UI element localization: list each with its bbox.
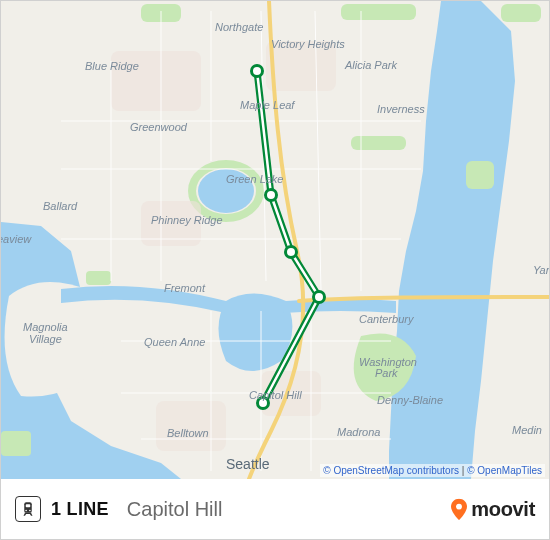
map-attribution: © OpenStreetMap contributors | © OpenMap… bbox=[320, 464, 545, 477]
svg-rect-7 bbox=[1, 431, 31, 456]
svg-rect-9 bbox=[111, 51, 201, 111]
svg-rect-4 bbox=[501, 4, 541, 22]
svg-rect-34 bbox=[24, 502, 32, 513]
svg-point-38 bbox=[456, 503, 462, 509]
moovit-pin-icon bbox=[451, 498, 467, 520]
map-viewport[interactable]: NorthgateVictory HeightsAlicia ParkBlue … bbox=[1, 1, 549, 479]
attribution-maptiles-link[interactable]: © OpenMapTiles bbox=[467, 465, 542, 476]
svg-point-0 bbox=[198, 169, 254, 213]
basemap bbox=[1, 1, 549, 479]
app-frame: NorthgateVictory HeightsAlicia ParkBlue … bbox=[0, 0, 550, 540]
route-destination: Capitol Hill bbox=[127, 498, 223, 521]
svg-point-31 bbox=[286, 247, 297, 258]
svg-rect-3 bbox=[341, 4, 416, 20]
svg-point-32 bbox=[314, 292, 325, 303]
svg-rect-8 bbox=[86, 271, 111, 285]
svg-rect-10 bbox=[266, 41, 336, 91]
light-rail-icon bbox=[15, 496, 41, 522]
attribution-osm-link[interactable]: © OpenStreetMap contributors bbox=[323, 465, 459, 476]
brand-logo[interactable]: moovit bbox=[451, 498, 535, 521]
svg-point-36 bbox=[25, 510, 27, 512]
route-name: 1 LINE bbox=[51, 499, 109, 520]
brand-name: moovit bbox=[471, 498, 535, 521]
svg-point-30 bbox=[266, 190, 277, 201]
svg-point-33 bbox=[258, 398, 269, 409]
svg-rect-6 bbox=[466, 161, 494, 189]
svg-rect-13 bbox=[156, 401, 226, 451]
svg-rect-5 bbox=[351, 136, 406, 150]
route-info-bar: 1 LINE Capitol Hill moovit bbox=[1, 479, 549, 539]
svg-point-29 bbox=[252, 66, 263, 77]
svg-point-37 bbox=[29, 510, 31, 512]
svg-rect-35 bbox=[26, 504, 31, 507]
